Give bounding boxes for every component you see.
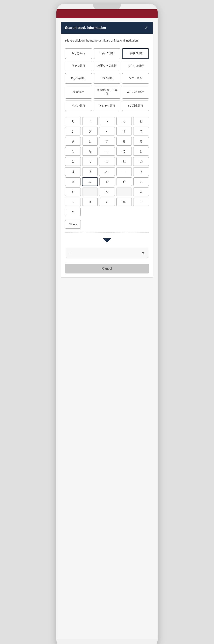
modal-title: Search bank information <box>65 26 106 30</box>
kana-section: あ い う え お か き く け こ さ し す <box>65 117 149 216</box>
bank-grid: みずほ銀行 三菱UFJ銀行 三井住友銀行 りそな銀行 埼玉りそな銀行 ゆうちょ銀… <box>65 48 149 111</box>
bank-button-sbi-shinsei[interactable]: SBI新生銀行 <box>122 100 149 111</box>
kana-row-ka: か き く け こ <box>65 127 149 136</box>
kana-btn-me[interactable]: め <box>117 178 132 186</box>
kana-btn-fu[interactable]: ふ <box>99 167 115 176</box>
kana-btn-o[interactable]: お <box>133 117 149 126</box>
kana-btn-ki[interactable]: き <box>82 127 98 136</box>
kana-btn-mo[interactable]: も <box>134 178 149 186</box>
phone-notch <box>93 4 121 9</box>
kana-btn-wa[interactable]: わ <box>65 208 80 216</box>
kana-btn-yu[interactable]: ゆ <box>99 188 115 196</box>
kana-row-na: な に ぬ ね の <box>65 157 149 166</box>
others-row: Others <box>65 220 149 229</box>
bank-button-mitsui[interactable]: 三井住友銀行 <box>122 48 149 59</box>
bank-button-mitsubishi[interactable]: 三菱UFJ銀行 <box>94 48 121 59</box>
kana-row-ha: は ひ ふ へ ほ <box>65 167 149 176</box>
kana-btn-ru[interactable]: る <box>99 198 115 206</box>
kana-btn-empty-1 <box>82 188 98 196</box>
kana-row-wa: わ <box>65 208 149 216</box>
kana-btn-chi[interactable]: ち <box>82 147 98 156</box>
kana-btn-e[interactable]: え <box>116 117 132 126</box>
bank-button-resona[interactable]: りそな銀行 <box>65 61 92 71</box>
kana-btn-ke[interactable]: け <box>116 127 132 136</box>
kana-btn-u[interactable]: う <box>99 117 115 126</box>
kana-btn-re[interactable]: れ <box>116 198 132 206</box>
kana-btn-ne[interactable]: ね <box>116 157 132 166</box>
kana-btn-mu[interactable]: む <box>99 178 115 186</box>
status-bar <box>56 9 158 18</box>
kana-btn-hi[interactable]: ひ <box>82 167 98 176</box>
dropdown-section: - <box>65 248 149 258</box>
kana-row-ra: ら り る れ ろ <box>65 198 149 206</box>
bank-button-saitama-resona[interactable]: 埼玉りそな銀行 <box>94 61 121 71</box>
kana-btn-shi[interactable]: し <box>82 137 98 146</box>
kana-btn-ta[interactable]: た <box>65 147 81 156</box>
kana-btn-na[interactable]: な <box>65 157 81 166</box>
kana-btn-so[interactable]: そ <box>133 137 149 146</box>
kana-btn-ya[interactable]: や <box>65 188 81 196</box>
kana-btn-ni[interactable]: に <box>82 157 98 166</box>
kana-btn-ri[interactable]: り <box>82 198 98 206</box>
kana-btn-ho[interactable]: ほ <box>133 167 149 176</box>
kana-btn-ra[interactable]: ら <box>65 198 81 206</box>
kana-btn-ko[interactable]: こ <box>133 127 149 136</box>
kana-btn-i[interactable]: い <box>82 117 98 126</box>
kana-btn-su[interactable]: す <box>99 137 115 146</box>
kana-btn-empty-2 <box>116 188 132 196</box>
bank-button-seven[interactable]: セブン銀行 <box>94 73 121 84</box>
kana-btn-he[interactable]: へ <box>116 167 132 176</box>
modal-body: Please click on the name or initials of … <box>61 34 153 278</box>
kana-row-a: あ い う え お <box>65 117 149 126</box>
kana-btn-ma[interactable]: ま <box>65 178 80 186</box>
bank-button-mizuho[interactable]: みずほ銀行 <box>65 48 92 59</box>
kana-btn-mi[interactable]: み <box>82 178 98 186</box>
kana-btn-sa[interactable]: さ <box>65 137 81 146</box>
modal-container: Search bank information × Please click o… <box>56 18 158 639</box>
kana-btn-no[interactable]: の <box>133 157 149 166</box>
kana-row-ma: ま み む め も <box>65 178 149 186</box>
kana-btn-te[interactable]: て <box>116 147 132 156</box>
kana-row-sa: さ し す せ そ <box>65 137 149 146</box>
bank-button-sony[interactable]: ソニー銀行 <box>122 73 149 84</box>
dropdown-value: - <box>69 251 142 255</box>
dropdown-row[interactable]: - <box>66 248 148 258</box>
chevron-down-icon <box>142 252 145 254</box>
kana-btn-nu[interactable]: ぬ <box>99 157 115 166</box>
modal-close-button[interactable]: × <box>143 25 149 31</box>
cancel-button[interactable]: Cancel <box>65 264 149 274</box>
bank-button-aozora[interactable]: あおぞら銀行 <box>94 100 121 111</box>
others-button[interactable]: Others <box>65 220 81 229</box>
kana-btn-ku[interactable]: く <box>99 127 115 136</box>
bank-button-rakuten[interactable]: 楽天銀行 <box>65 86 92 99</box>
bank-button-au-jibun[interactable]: auじぶん銀行 <box>122 86 149 99</box>
kana-row-ta: た ち つ て と <box>65 147 149 156</box>
kana-btn-ro[interactable]: ろ <box>133 198 149 206</box>
kana-btn-se[interactable]: せ <box>116 137 132 146</box>
modal-header: Search bank information × <box>61 22 153 34</box>
kana-btn-ha[interactable]: は <box>65 167 81 176</box>
bank-button-住信sbi[interactable]: 住信SBIネット銀行 <box>94 86 121 99</box>
kana-btn-yo[interactable]: よ <box>133 188 149 196</box>
divider <box>65 232 149 233</box>
kana-btn-a[interactable]: あ <box>65 117 81 126</box>
kana-row-ya: や ゆ よ <box>65 188 149 196</box>
scroll-arrow <box>65 236 149 246</box>
bank-button-aeon[interactable]: イオン銀行 <box>65 100 92 111</box>
bank-button-paypay[interactable]: PayPay銀行 <box>65 73 92 84</box>
kana-btn-tsu[interactable]: つ <box>99 147 115 156</box>
kana-btn-ka[interactable]: か <box>65 127 81 136</box>
modal-instruction: Please click on the name or initials of … <box>65 38 149 43</box>
bank-button-yucho[interactable]: ゆうちょ銀行 <box>122 61 149 71</box>
kana-btn-to[interactable]: と <box>133 147 149 156</box>
scroll-down-icon <box>103 238 111 242</box>
phone-frame: Search bank information × Please click o… <box>56 4 158 644</box>
